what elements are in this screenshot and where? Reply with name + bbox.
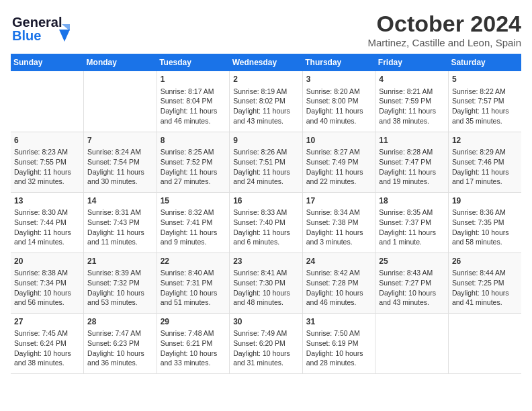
- daylight-text: Daylight: 10 hours and 38 minutes.: [14, 349, 80, 368]
- daylight-text: Daylight: 11 hours and 22 minutes.: [306, 167, 372, 187]
- day-number: 6: [14, 135, 80, 146]
- sunset-text: Sunset: 7:47 PM: [379, 157, 445, 167]
- sunset-text: Sunset: 7:34 PM: [14, 278, 80, 288]
- sunset-text: Sunset: 7:55 PM: [14, 157, 80, 167]
- sunset-text: Sunset: 7:37 PM: [379, 218, 445, 228]
- sunset-text: Sunset: 7:57 PM: [452, 96, 518, 106]
- sunrise-text: Sunrise: 8:34 AM: [306, 208, 372, 218]
- sunrise-text: Sunrise: 8:24 AM: [87, 147, 153, 157]
- daylight-text: Daylight: 11 hours and 30 minutes.: [87, 167, 153, 187]
- sunset-text: Sunset: 7:27 PM: [379, 278, 445, 288]
- sunrise-text: Sunrise: 8:30 AM: [14, 208, 80, 218]
- daylight-text: Daylight: 10 hours and 41 minutes.: [452, 288, 518, 308]
- daylight-text: Daylight: 10 hours and 28 minutes.: [306, 349, 372, 368]
- logo-svg: General Blue: [11, 11, 71, 46]
- sunset-text: Sunset: 7:46 PM: [452, 157, 518, 167]
- sunrise-text: Sunrise: 8:17 AM: [161, 87, 226, 97]
- sunrise-text: Sunrise: 8:21 AM: [379, 87, 445, 97]
- day-number: 26: [452, 256, 518, 267]
- svg-text:General: General: [12, 15, 62, 30]
- daylight-text: Daylight: 10 hours and 56 minutes.: [14, 288, 80, 308]
- daylight-text: Daylight: 11 hours and 1 minute.: [379, 228, 445, 247]
- day-number: 2: [233, 74, 299, 85]
- daylight-text: Daylight: 10 hours and 36 minutes.: [87, 349, 153, 368]
- sunset-text: Sunset: 8:04 PM: [161, 96, 226, 106]
- sunrise-text: Sunrise: 7:47 AM: [87, 328, 153, 338]
- daylight-text: Daylight: 10 hours and 51 minutes.: [161, 288, 226, 308]
- day-of-week-saturday: Saturday: [448, 54, 521, 71]
- calendar-cell: 10Sunrise: 8:27 AMSunset: 7:49 PMDayligh…: [302, 132, 375, 192]
- calendar-cell: 21Sunrise: 8:39 AMSunset: 7:32 PMDayligh…: [84, 253, 157, 313]
- day-number: 4: [379, 74, 445, 85]
- daylight-text: Daylight: 11 hours and 11 minutes.: [87, 228, 153, 247]
- day-number: 11: [379, 135, 445, 146]
- sunrise-text: Sunrise: 8:27 AM: [306, 147, 372, 157]
- calendar-cell: 23Sunrise: 8:41 AMSunset: 7:30 PMDayligh…: [230, 253, 303, 313]
- sunset-text: Sunset: 6:19 PM: [306, 338, 372, 349]
- day-number: 22: [161, 256, 226, 267]
- sunrise-text: Sunrise: 8:40 AM: [161, 268, 226, 278]
- daylight-text: Daylight: 10 hours and 48 minutes.: [233, 288, 299, 308]
- calendar-cell: 13Sunrise: 8:30 AMSunset: 7:44 PMDayligh…: [11, 192, 84, 253]
- sunset-text: Sunset: 7:41 PM: [161, 218, 226, 228]
- calendar-cell: [84, 71, 157, 132]
- sunset-text: Sunset: 7:32 PM: [87, 278, 153, 288]
- sunrise-text: Sunrise: 7:45 AM: [14, 328, 80, 338]
- day-number: 24: [306, 256, 372, 267]
- calendar-table: SundayMondayTuesdayWednesdayThursdayFrid…: [11, 54, 521, 374]
- day-number: 29: [161, 316, 226, 328]
- calendar-cell: 19Sunrise: 8:36 AMSunset: 7:35 PMDayligh…: [448, 192, 521, 253]
- day-number: 5: [452, 74, 518, 85]
- sunset-text: Sunset: 7:52 PM: [161, 157, 226, 167]
- day-number: 25: [379, 256, 445, 267]
- sunset-text: Sunset: 7:51 PM: [233, 157, 299, 167]
- day-number: 8: [161, 135, 226, 146]
- calendar-cell: 11Sunrise: 8:28 AMSunset: 7:47 PMDayligh…: [375, 132, 449, 192]
- day-number: 17: [306, 195, 372, 207]
- day-number: 13: [14, 195, 80, 207]
- day-number: 18: [379, 195, 445, 207]
- day-of-week-tuesday: Tuesday: [157, 54, 230, 71]
- sunset-text: Sunset: 8:02 PM: [233, 96, 299, 106]
- sunset-text: Sunset: 6:24 PM: [14, 338, 80, 349]
- calendar-cell: 30Sunrise: 7:49 AMSunset: 6:20 PMDayligh…: [230, 313, 303, 373]
- daylight-text: Daylight: 11 hours and 9 minutes.: [161, 228, 226, 247]
- calendar-cell: 7Sunrise: 8:24 AMSunset: 7:54 PMDaylight…: [84, 132, 157, 192]
- daylight-text: Daylight: 10 hours and 33 minutes.: [161, 349, 226, 368]
- day-number: 19: [452, 195, 518, 207]
- daylight-text: Daylight: 10 hours and 58 minutes.: [452, 228, 518, 247]
- daylight-text: Daylight: 10 hours and 31 minutes.: [233, 349, 299, 368]
- calendar-cell: 9Sunrise: 8:26 AMSunset: 7:51 PMDaylight…: [230, 132, 303, 192]
- calendar-cell: 26Sunrise: 8:44 AMSunset: 7:25 PMDayligh…: [448, 253, 521, 313]
- daylight-text: Daylight: 10 hours and 46 minutes.: [306, 288, 372, 308]
- day-number: 7: [87, 135, 153, 146]
- sunset-text: Sunset: 7:25 PM: [452, 278, 518, 288]
- sunrise-text: Sunrise: 8:42 AM: [306, 268, 372, 278]
- sunset-text: Sunset: 7:30 PM: [233, 278, 299, 288]
- daylight-text: Daylight: 11 hours and 19 minutes.: [379, 167, 445, 187]
- calendar-cell: 12Sunrise: 8:29 AMSunset: 7:46 PMDayligh…: [448, 132, 521, 192]
- week-row-1: 1Sunrise: 8:17 AMSunset: 8:04 PMDaylight…: [11, 71, 521, 132]
- sunrise-text: Sunrise: 8:28 AM: [379, 147, 445, 157]
- calendar-cell: 25Sunrise: 8:43 AMSunset: 7:27 PMDayligh…: [375, 253, 449, 313]
- sunrise-text: Sunrise: 8:19 AM: [233, 87, 299, 97]
- daylight-text: Daylight: 11 hours and 24 minutes.: [233, 167, 299, 187]
- day-number: 30: [233, 316, 299, 328]
- location-title: Martinez, Castille and Leon, Spain: [368, 37, 521, 48]
- sunset-text: Sunset: 7:35 PM: [452, 218, 518, 228]
- sunset-text: Sunset: 8:00 PM: [306, 96, 372, 106]
- day-number: 1: [161, 74, 226, 85]
- calendar-cell: 1Sunrise: 8:17 AMSunset: 8:04 PMDaylight…: [157, 71, 230, 132]
- sunset-text: Sunset: 7:49 PM: [306, 157, 372, 167]
- svg-text:Blue: Blue: [12, 28, 41, 43]
- sunset-text: Sunset: 6:20 PM: [233, 338, 299, 349]
- day-number: 14: [87, 195, 153, 207]
- sunset-text: Sunset: 7:54 PM: [87, 157, 153, 167]
- sunrise-text: Sunrise: 7:50 AM: [306, 328, 372, 338]
- calendar-cell: 29Sunrise: 7:48 AMSunset: 6:21 PMDayligh…: [157, 313, 230, 373]
- calendar-cell: 27Sunrise: 7:45 AMSunset: 6:24 PMDayligh…: [11, 313, 84, 373]
- title-block: October 2024 Martinez, Castille and Leon…: [368, 11, 521, 48]
- week-row-2: 6Sunrise: 8:23 AMSunset: 7:55 PMDaylight…: [11, 132, 521, 192]
- calendar-cell: 31Sunrise: 7:50 AMSunset: 6:19 PMDayligh…: [302, 313, 375, 373]
- daylight-text: Daylight: 10 hours and 53 minutes.: [87, 288, 153, 308]
